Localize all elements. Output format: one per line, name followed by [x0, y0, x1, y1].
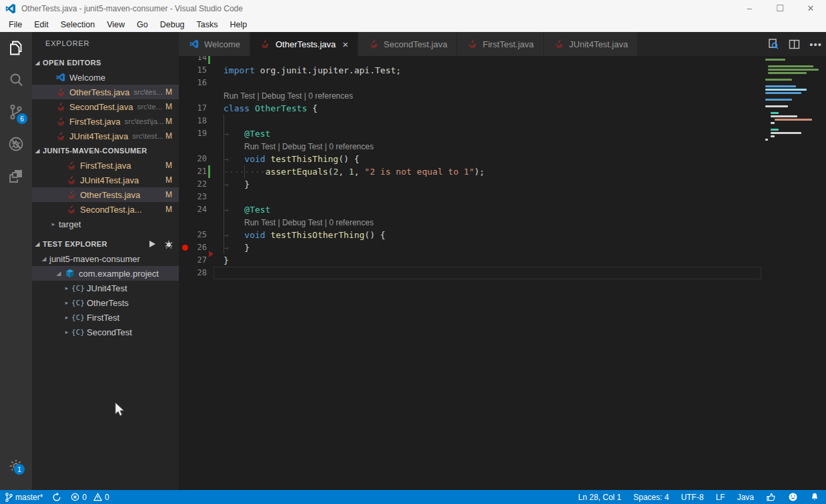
chevron-right-icon[interactable]: ▸	[61, 314, 72, 321]
menu-file[interactable]: File	[3, 18, 28, 31]
split-editor-icon[interactable]	[789, 39, 800, 50]
activity-explorer-button[interactable]	[0, 32, 32, 64]
language-mode[interactable]: Java	[737, 493, 754, 502]
tab-othertests-java[interactable]: OtherTests.java×	[250, 32, 358, 56]
encoding-setting[interactable]: UTF-8	[681, 493, 704, 502]
breakpoint-gutter[interactable]	[179, 254, 192, 267]
indentation-setting[interactable]: Spaces: 4	[633, 493, 669, 502]
git-branch-status[interactable]: master*	[5, 493, 43, 502]
line-number[interactable]: 14	[192, 56, 207, 64]
section-header-junit5-maven-consumer[interactable]: ◢JUNIT5-MAVEN-CONSUMER	[32, 143, 179, 158]
code-line[interactable]: 20→ void testThisThing() {	[179, 153, 761, 165]
maximize-button[interactable]: ☐	[765, 0, 795, 17]
breakpoint-gutter[interactable]	[179, 203, 192, 216]
chevron-right-icon[interactable]: ▸	[48, 221, 59, 227]
smiley-icon[interactable]	[788, 492, 798, 502]
line-number[interactable]: 21	[192, 165, 207, 178]
code-line[interactable]: 26→ }	[179, 241, 761, 254]
menu-edit[interactable]: Edit	[28, 18, 55, 31]
cursor-position[interactable]: Ln 28, Col 1	[578, 493, 622, 502]
open-editor-item[interactable]: FirstTest.javasrc\test\ja...M	[32, 114, 179, 129]
open-editor-item[interactable]: Welcome	[32, 70, 179, 85]
codelens-links[interactable]: Run Test | Debug Test | 0 references	[224, 142, 374, 151]
file-tree-item[interactable]: JUnit4Test.javaM	[32, 173, 179, 187]
more-actions-icon[interactable]: •••	[809, 39, 822, 50]
activity-debug-button[interactable]	[0, 128, 32, 160]
test-tree-item[interactable]: ◢com.example.project	[32, 266, 179, 281]
codelens[interactable]: Run Test | Debug Test | 0 references	[179, 216, 761, 229]
breakpoint-gutter[interactable]	[179, 64, 192, 77]
tab-junit4test-java[interactable]: JUnit4Test.java	[544, 32, 637, 56]
menu-selection[interactable]: Selection	[55, 18, 101, 31]
menu-tasks[interactable]: Tasks	[191, 18, 224, 31]
debug-tests-icon[interactable]	[164, 239, 173, 249]
menu-debug[interactable]: Debug	[154, 18, 191, 31]
breakpoint-gutter[interactable]	[179, 241, 192, 254]
sync-button[interactable]	[52, 493, 61, 502]
open-editor-item[interactable]: JUnit4Test.javasrc\test...M	[32, 129, 179, 143]
breakpoint-gutter[interactable]	[179, 115, 192, 127]
settings-gear-button[interactable]: 1	[0, 454, 32, 481]
code-editor[interactable]: 1415import org.junit.jupiter.api.Test;16…	[179, 56, 826, 490]
code-line[interactable]: 27}	[179, 254, 761, 267]
line-number[interactable]: 22	[192, 178, 207, 191]
line-number[interactable]: 16	[192, 77, 207, 89]
chevron-down-icon[interactable]: ◢	[39, 255, 49, 262]
run-tests-icon[interactable]	[148, 240, 156, 248]
activity-source-control-button[interactable]: 6	[0, 96, 32, 128]
breakpoint-gutter[interactable]	[179, 102, 192, 115]
codelens[interactable]: Run Test | Debug Test | 0 references	[179, 89, 761, 102]
eol-setting[interactable]: LF	[716, 493, 725, 502]
menu-go[interactable]: Go	[131, 18, 154, 31]
line-number[interactable]: 25	[192, 229, 207, 241]
menu-view[interactable]: View	[101, 18, 131, 31]
breakpoint-icon[interactable]	[182, 245, 188, 251]
minimize-button[interactable]: –	[734, 0, 765, 17]
breakpoint-gutter[interactable]	[179, 229, 192, 241]
problems-status[interactable]: 0 0	[71, 493, 109, 502]
breakpoint-gutter[interactable]	[179, 77, 192, 89]
bell-icon[interactable]	[810, 492, 819, 502]
open-editor-item[interactable]: OtherTests.javasrc\tes...M	[32, 85, 179, 99]
code-line[interactable]: 17class OtherTests {	[179, 102, 761, 115]
code-line[interactable]: 24→ @Test	[179, 203, 761, 216]
file-tree-item[interactable]: FirstTest.javaM	[32, 158, 179, 173]
like-icon[interactable]	[766, 492, 776, 502]
activity-extensions-button[interactable]	[0, 160, 32, 192]
breakpoint-gutter[interactable]	[179, 191, 192, 203]
open-editor-item[interactable]: SecondTest.javasrc\te...M	[32, 99, 179, 114]
test-tree-item[interactable]: ▸{C}OtherTests	[32, 295, 179, 310]
close-icon[interactable]: ×	[342, 39, 348, 49]
breakpoint-gutter[interactable]	[179, 267, 192, 279]
tab-firsttest-java[interactable]: FirstTest.java	[457, 32, 543, 56]
activity-search-button[interactable]	[0, 64, 32, 96]
code-line[interactable]: 16	[179, 77, 761, 89]
line-number[interactable]: 24	[192, 203, 207, 216]
line-number[interactable]: 18	[192, 115, 207, 127]
code-line[interactable]: 28	[179, 267, 761, 279]
code-line[interactable]: 21········assertEquals(2, 1, "2 is not e…	[179, 165, 761, 178]
line-number[interactable]: 20	[192, 153, 207, 165]
tab-welcome[interactable]: Welcome	[179, 32, 250, 56]
breakpoint-gutter[interactable]	[179, 56, 192, 64]
menu-help[interactable]: Help	[224, 18, 254, 31]
close-button[interactable]: ✕	[795, 0, 826, 17]
file-tree-item[interactable]: OtherTests.javaM	[32, 187, 179, 202]
test-tree-item[interactable]: ▸{C}JUnit4Test	[32, 281, 179, 295]
tab-secondtest-java[interactable]: SecondTest.java	[358, 32, 456, 56]
code-line[interactable]: 25→ void testThisOtherThing() {	[179, 229, 761, 241]
breakpoint-gutter[interactable]	[179, 127, 192, 140]
codelens-links[interactable]: Run Test | Debug Test | 0 references	[224, 91, 353, 101]
minimap[interactable]	[761, 56, 826, 490]
test-tree-item[interactable]: ▸{C}SecondTest	[32, 325, 179, 339]
code-line[interactable]: 14	[179, 56, 761, 64]
codelens[interactable]: Run Test | Debug Test | 0 references	[179, 140, 761, 153]
breakpoint-gutter[interactable]	[179, 89, 192, 102]
breakpoint-gutter[interactable]	[179, 140, 192, 153]
line-number[interactable]: 26	[192, 241, 207, 254]
test-tree-item[interactable]: ◢junit5-maven-consumer	[32, 251, 179, 266]
chevron-right-icon[interactable]: ▸	[61, 329, 72, 335]
file-tree-item[interactable]: ▸target	[32, 217, 179, 231]
section-header-test-explorer[interactable]: ◢TEST EXPLORER	[32, 237, 179, 251]
line-number[interactable]: 19	[192, 127, 207, 140]
